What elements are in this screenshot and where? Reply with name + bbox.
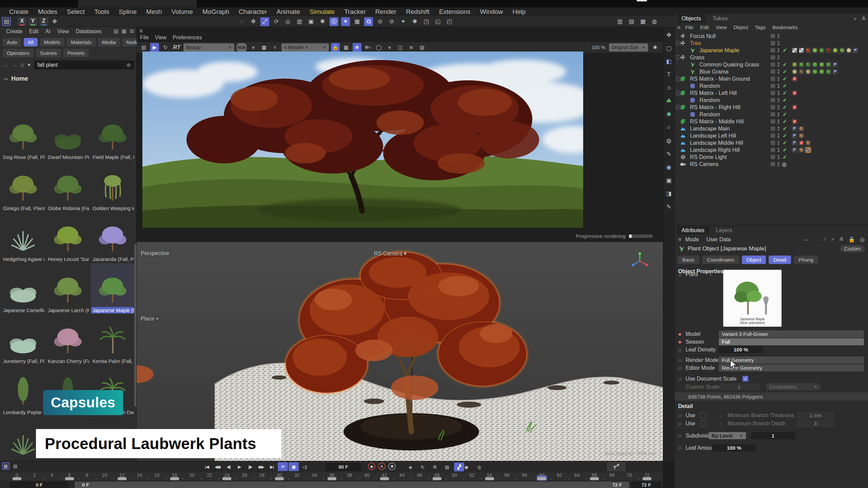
render-slot-dropdown[interactable]: < Render >▼ xyxy=(281,43,329,52)
attr-tab-phong[interactable]: Phong xyxy=(794,256,818,264)
enabled-check-icon[interactable]: ✓ xyxy=(783,47,787,54)
visibility-dots[interactable] xyxy=(777,104,780,110)
object-row[interactable]: RS Camera◎ xyxy=(675,161,868,168)
object-row[interactable]: Blue Grama✓ xyxy=(675,68,868,75)
ball-g6-tag[interactable] xyxy=(826,69,831,75)
next-key-button[interactable]: ◆▶ xyxy=(256,462,266,471)
ball-g4-tag[interactable] xyxy=(812,62,818,67)
attr-tab-object[interactable]: Object xyxy=(742,256,766,264)
flag-tag[interactable] xyxy=(792,133,797,139)
last-tool[interactable]: ◎ xyxy=(283,17,292,26)
axis-y-button[interactable]: Y xyxy=(28,17,37,26)
attr-lock-icon[interactable]: 🔒 xyxy=(848,236,855,243)
leaf-red-tag[interactable] xyxy=(805,47,811,53)
rotate-tool[interactable]: ⟳ xyxy=(272,17,281,26)
visibility-dots[interactable] xyxy=(777,119,780,124)
object-row[interactable]: Random✓ xyxy=(675,111,868,118)
visibility-dots[interactable] xyxy=(777,40,780,46)
visibility-dots[interactable] xyxy=(777,76,780,82)
object-row[interactable]: Random✓ xyxy=(675,97,868,104)
objects-menu-view[interactable]: View xyxy=(716,24,727,30)
ab-tab-operators[interactable]: Operators xyxy=(3,49,34,57)
key-rotation-icon[interactable]: ↻ xyxy=(417,463,428,471)
autokey-icon[interactable]: A xyxy=(378,463,386,470)
render-settings-icon[interactable]: ✱ xyxy=(318,17,327,26)
render-viewport-image[interactable] xyxy=(142,52,583,228)
record-keyframe-icon[interactable]: ◆ xyxy=(368,463,375,470)
redshift-tag[interactable] xyxy=(792,119,797,124)
menu-mograph[interactable]: MoGraph xyxy=(198,8,234,16)
timeline-mode-icon[interactable]: ▦ xyxy=(2,462,9,470)
visibility-dots[interactable] xyxy=(777,90,780,96)
move-axis-icon[interactable]: ✥ xyxy=(665,30,673,39)
pass-dropdown[interactable]: Beauty▼ xyxy=(183,43,234,52)
simulation-gear-icon[interactable]: ✱ xyxy=(665,110,673,119)
objects-menu-file[interactable]: File xyxy=(685,24,693,30)
flag-tag[interactable] xyxy=(853,47,859,53)
checker-tag[interactable] xyxy=(792,47,797,53)
pencil-icon[interactable]: ✎ xyxy=(665,149,673,158)
plant-item[interactable]: Dwarf Mountain Pine (Fa... xyxy=(46,110,90,160)
forward-icon[interactable]: → xyxy=(12,61,18,68)
timeline-ruler[interactable]: 0246810121416182022242628303234363840424… xyxy=(0,472,663,481)
object-row[interactable]: Japanese Maple✓ xyxy=(675,47,868,54)
dome-icon[interactable]: ◍ xyxy=(665,136,673,145)
ball-g5-tag[interactable] xyxy=(819,69,825,75)
layer-chip[interactable] xyxy=(771,141,775,145)
simulate-icon[interactable]: Ⓢ xyxy=(330,17,338,26)
enabled-check-icon[interactable]: ✓ xyxy=(783,111,787,118)
object-row[interactable]: −Tree xyxy=(675,40,868,47)
viewport-menu-icon[interactable]: ≡ xyxy=(139,28,143,35)
custom-scale-field[interactable]: 1 xyxy=(719,383,760,390)
plant-item[interactable]: Japanese Camellia (Fal... xyxy=(1,263,45,313)
text-tool-icon[interactable]: T xyxy=(665,70,673,79)
checker-tag[interactable] xyxy=(798,47,804,53)
layer-chip[interactable] xyxy=(771,162,775,166)
subdivision-field[interactable]: 1 xyxy=(751,432,795,439)
use-max-checkbox[interactable]: ✓ xyxy=(700,421,706,426)
enabled-check-icon[interactable]: ✓ xyxy=(783,83,787,89)
dynamics-icon[interactable]: ✴ xyxy=(341,17,350,26)
layer-chip[interactable] xyxy=(771,119,775,124)
max-branch-field[interactable]: 3 xyxy=(797,420,834,427)
grid-icon[interactable]: ▦ xyxy=(342,43,351,52)
panel-layout-icon[interactable]: ▦ xyxy=(122,28,126,34)
channel-dropdown-icon[interactable]: ▼ xyxy=(249,43,258,52)
ball-green-tag[interactable] xyxy=(812,47,818,53)
live-selection-tool[interactable]: ◌ xyxy=(237,17,246,26)
layer-chip[interactable] xyxy=(771,134,775,138)
ab-tab-models[interactable]: Models xyxy=(40,38,64,46)
enabled-check-icon[interactable]: ✓ xyxy=(783,68,787,75)
tab-objects[interactable]: Objects xyxy=(677,14,706,23)
enabled-check-icon[interactable]: ✓ xyxy=(783,118,787,125)
layer-chip[interactable] xyxy=(771,77,775,81)
axis-z-button[interactable]: Z xyxy=(39,17,48,26)
visibility-dots[interactable] xyxy=(777,147,780,153)
tab-layers[interactable]: Layers xyxy=(711,226,737,235)
previous-key-button[interactable]: ◀◆ xyxy=(213,462,223,471)
plant-item-selected[interactable]: Japanese Maple (Fall, ... xyxy=(91,263,134,313)
cube-top-icon[interactable]: ◳ xyxy=(422,17,431,26)
refresh-icon[interactable]: ↻ xyxy=(161,43,170,52)
magnet-icon[interactable]: ⊃ xyxy=(665,83,673,92)
visibility-dots[interactable] xyxy=(777,62,780,67)
flag-tag[interactable] xyxy=(792,140,797,146)
attr-search-icon[interactable]: ⌕ xyxy=(831,236,834,243)
camera-dropdown[interactable]: RS Camera ▾ xyxy=(374,250,407,257)
subdivision-mode-dropdown[interactable]: By Level▼ xyxy=(709,432,746,439)
freeze-icon[interactable]: ❄ xyxy=(353,43,361,52)
object-row[interactable]: Landscape Right Hill✓ xyxy=(675,146,868,154)
layer-chip[interactable] xyxy=(771,112,775,117)
ball-brown-tag[interactable] xyxy=(798,126,804,131)
disabled-icon-1[interactable]: ⊘ xyxy=(376,17,384,26)
plant-item[interactable]: Field Maple (Fall, Plant) xyxy=(91,110,134,160)
layer-chip[interactable] xyxy=(771,48,775,53)
perspective-menu[interactable]: Perspective xyxy=(141,250,169,257)
plant-item[interactable]: Ginkgo (Fall, Plant) xyxy=(1,161,45,211)
ab-menu-create[interactable]: Create xyxy=(3,28,25,35)
attr-filter-icon[interactable]: ≛ xyxy=(839,236,844,243)
render-view-icon[interactable]: ▥ xyxy=(295,17,304,26)
plant-item[interactable]: Honey Locust 'Sunbur... xyxy=(46,212,90,262)
grid-snap-icon[interactable]: ▦ xyxy=(353,17,361,26)
wipe-icon[interactable]: ≋ xyxy=(407,43,416,52)
